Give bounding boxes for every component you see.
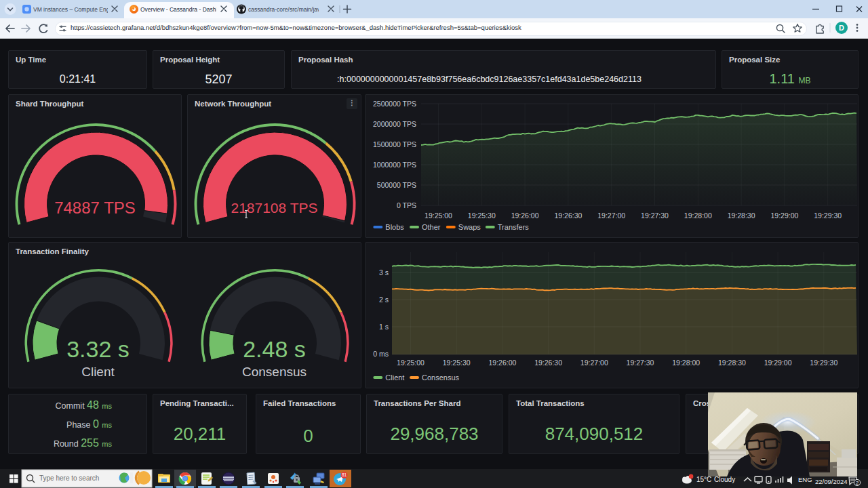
svg-text:19:25:30: 19:25:30	[443, 359, 471, 367]
svg-text:81: 81	[342, 472, 347, 477]
svg-text:19:27:00: 19:27:00	[597, 211, 625, 220]
svg-text:15°C: 15°C	[696, 476, 711, 483]
svg-text:19:28:30: 19:28:30	[728, 211, 755, 220]
svg-text:19:29:30: 19:29:30	[814, 211, 842, 220]
svg-text:19:28:30: 19:28:30	[718, 359, 746, 367]
svg-text:19:28:00: 19:28:00	[684, 211, 712, 220]
svg-text:0 ms: 0 ms	[373, 350, 389, 358]
svg-text:0 TPS: 0 TPS	[397, 201, 416, 209]
svg-text:Swaps: Swaps	[458, 223, 481, 231]
svg-text:ENG: ENG	[798, 476, 812, 483]
svg-text:19:27:30: 19:27:30	[627, 359, 654, 367]
svg-text:19:26:30: 19:26:30	[534, 359, 562, 367]
svg-text:Other: Other	[422, 223, 441, 231]
svg-text:Transfers: Transfers	[498, 223, 530, 231]
svg-text:Type here to search: Type here to search	[39, 474, 99, 482]
svg-text:2: 2	[856, 480, 859, 486]
svg-text:19:26:00: 19:26:00	[488, 359, 516, 367]
svg-text:Client: Client	[385, 373, 404, 382]
svg-text:19:27:00: 19:27:00	[580, 359, 608, 367]
svg-text:19:27:30: 19:27:30	[641, 211, 669, 220]
svg-text:19:25:00: 19:25:00	[397, 359, 425, 367]
svg-text:19:29:00: 19:29:00	[770, 211, 798, 220]
svg-text:1000000 TPS: 1000000 TPS	[373, 161, 416, 169]
svg-text:1 s: 1 s	[379, 323, 389, 331]
svg-text:19:28:00: 19:28:00	[672, 359, 700, 367]
svg-text:Blobs: Blobs	[385, 223, 404, 231]
svg-text:D: D	[839, 24, 844, 32]
svg-text:19:25:30: 19:25:30	[468, 211, 496, 220]
svg-text:19:29:30: 19:29:30	[810, 359, 837, 367]
svg-text:19:25:00: 19:25:00	[425, 211, 452, 220]
svg-text:500000 TPS: 500000 TPS	[377, 181, 416, 189]
svg-text:Consensus: Consensus	[422, 373, 460, 382]
svg-text:22/09/2024: 22/09/2024	[815, 478, 848, 485]
svg-text:19:29:00: 19:29:00	[764, 359, 792, 367]
svg-text:1500000 TPS: 1500000 TPS	[373, 140, 416, 148]
svg-text:2500000 TPS: 2500000 TPS	[373, 100, 416, 108]
svg-text:Cloudy: Cloudy	[714, 476, 735, 483]
svg-text:2 s: 2 s	[379, 296, 389, 304]
svg-text:19:26:00: 19:26:00	[511, 211, 539, 220]
svg-text:19:26:30: 19:26:30	[554, 211, 582, 220]
svg-text:3 s: 3 s	[379, 268, 389, 277]
svg-text:2000000 TPS: 2000000 TPS	[373, 120, 416, 128]
